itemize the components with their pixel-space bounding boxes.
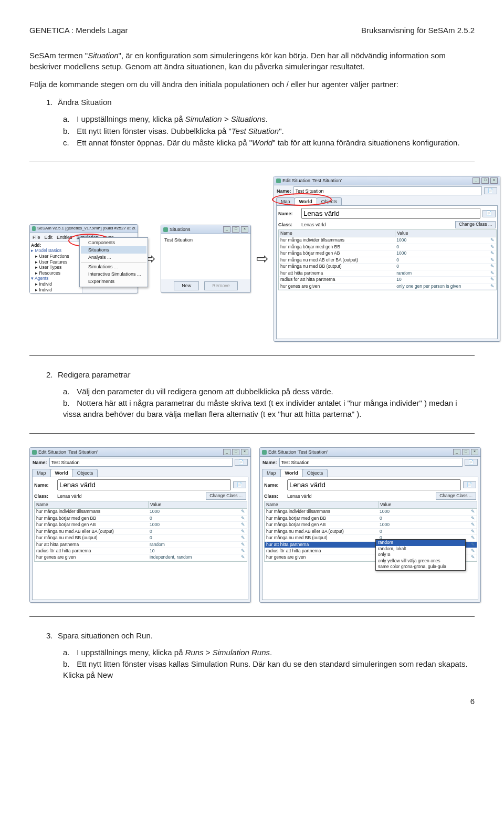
prop-value[interactable]: 1000 ✎ (148, 522, 247, 528)
tab-objects[interactable]: Objects (72, 469, 98, 477)
prop-value[interactable]: 1000 ✎ (378, 522, 477, 528)
world-name-input[interactable] (301, 208, 480, 219)
tab-map[interactable]: Map (276, 197, 295, 205)
prop-value[interactable]: random ✎ (148, 542, 247, 548)
dropdown-opt-random[interactable]: random (376, 540, 465, 545)
table-row[interactable]: hur genes are givenonly one gen per pers… (279, 284, 496, 290)
edit-icon[interactable]: ✎ (490, 264, 495, 269)
table-row[interactable]: hur många börjar med gen BB0 ✎ (279, 244, 496, 250)
situation-name-input[interactable] (279, 458, 463, 467)
titlebar[interactable]: SeSAm v2.5.1 [genetics_v17.xml*] (build … (30, 225, 138, 233)
property-table[interactable]: Name Value hur många individer tillsamma… (34, 501, 247, 562)
tree-individ2[interactable]: Individ (39, 287, 52, 292)
edit-icon[interactable]: ✎ (471, 535, 475, 541)
prop-value[interactable]: 0 ✎ (148, 529, 247, 534)
edit-icon[interactable]: ✎ (241, 522, 245, 528)
menu-file[interactable]: File (33, 234, 40, 240)
prop-value[interactable]: 0 ✎ (395, 244, 496, 250)
edit-icon[interactable]: ✎ (471, 509, 475, 515)
table-row[interactable]: hur många nu med AB eller BA (output)0 ✎ (265, 529, 477, 535)
edit-icon[interactable]: ✎ (471, 516, 475, 521)
prop-value[interactable]: independent, random ✎ (148, 554, 247, 560)
popup-situations[interactable]: Situations (81, 246, 146, 254)
note-button[interactable]: 📄 (482, 210, 496, 217)
edit-icon[interactable]: ✎ (490, 284, 495, 289)
remove-button[interactable]: Remove (204, 281, 238, 290)
edit-icon[interactable]: ✎ (241, 516, 245, 521)
prop-value[interactable]: 10 ✎ (148, 548, 247, 554)
prop-value[interactable]: 1000 ✎ (395, 250, 496, 256)
prop-value[interactable]: 0 ✎ (148, 535, 247, 541)
table-row[interactable]: hur många börjar med gen AB1000 ✎ (265, 522, 477, 528)
tab-world[interactable]: World (50, 469, 73, 477)
property-table[interactable]: Name Value hur många individer tillsamma… (278, 229, 497, 290)
close-icon[interactable]: × (241, 226, 248, 233)
edit-icon[interactable]: ✎ (471, 548, 475, 554)
table-row[interactable]: hur att hitta partnernarandom ✎ (279, 270, 496, 277)
tab-objects[interactable]: Objects (302, 469, 328, 477)
value-dropdown[interactable]: random random, lokalt only B only yellow… (375, 539, 466, 570)
edit-icon[interactable]: ✎ (490, 277, 495, 282)
max-icon[interactable]: □ (481, 177, 489, 184)
popup-interactive[interactable]: Interactive Simulations ... (81, 270, 146, 278)
edit-icon[interactable]: ✎ (490, 237, 495, 243)
table-row[interactable]: hur många börjar med gen AB1000 ✎ (35, 522, 247, 528)
prop-value[interactable]: 1000 ✎ (148, 509, 247, 515)
prop-value[interactable]: 0 ✎ (395, 264, 496, 269)
titlebar[interactable]: Edit Situation 'Test Situation' _ □ × (30, 448, 250, 457)
change-class-button[interactable]: Change Class ... (436, 492, 476, 499)
tab-map[interactable]: Map (262, 469, 281, 477)
popup-analysis[interactable]: Analysis ... (81, 254, 146, 261)
menu-edit[interactable]: Edit (45, 234, 53, 240)
table-row[interactable]: hur många individer tillsammans1000 ✎ (35, 509, 247, 515)
note-button[interactable]: 📄 (233, 481, 246, 488)
edit-icon[interactable]: ✎ (471, 542, 475, 548)
world-name-input[interactable] (287, 479, 461, 490)
edit-icon[interactable]: ✎ (471, 554, 475, 560)
edit-icon[interactable]: ✎ (490, 257, 495, 263)
note-button[interactable]: 📄 (484, 187, 497, 194)
titlebar[interactable]: Edit Situation 'Test Situation' _ □ × (260, 448, 480, 457)
tree-model-basics[interactable]: Model Basics (35, 248, 61, 253)
max-icon[interactable]: □ (232, 449, 239, 455)
new-button[interactable]: New (174, 281, 199, 290)
table-row[interactable]: hur genes are givenindependent, random ✎ (35, 554, 247, 561)
table-row[interactable]: radius för att hitta partnerna10 ✎ (279, 277, 496, 283)
world-name-input[interactable] (57, 479, 231, 490)
prop-value[interactable]: 0 ✎ (395, 257, 496, 263)
close-icon[interactable]: × (471, 449, 478, 455)
edit-icon[interactable]: ✎ (241, 554, 245, 560)
tree-user-functions[interactable]: User Functions (39, 254, 69, 259)
table-row[interactable]: hur många nu med BB (output)0 ✎ (35, 535, 247, 541)
change-class-button[interactable]: Change Class ... (206, 492, 246, 499)
table-row[interactable]: hur många börjar med gen AB1000 ✎ (279, 250, 496, 257)
edit-icon[interactable]: ✎ (241, 509, 245, 515)
tab-world[interactable]: World (295, 197, 317, 205)
table-row[interactable]: hur många individer tillsammans1000 ✎ (265, 509, 477, 515)
max-icon[interactable]: □ (462, 449, 469, 455)
tree-agents[interactable]: Agents (35, 276, 48, 281)
close-icon[interactable]: × (490, 177, 498, 184)
simulation-popup[interactable]: Components Situations Analysis ... Simul… (79, 237, 148, 287)
table-row[interactable]: hur många individer tillsammans1000 ✎ (279, 237, 496, 244)
tree-individ1[interactable]: Individ (39, 281, 52, 287)
popup-experiments[interactable]: Experiments (81, 278, 146, 285)
titlebar[interactable]: Edit Situation 'Test Situation' _ □ × (274, 176, 500, 185)
table-row[interactable]: hur många nu med AB eller BA (output)0 ✎ (279, 257, 496, 264)
note-button[interactable]: 📄 (235, 459, 248, 466)
prop-value[interactable]: 0 ✎ (378, 516, 477, 521)
menu-entities[interactable]: Entities (57, 234, 72, 240)
tree-resources[interactable]: Resources (39, 270, 60, 276)
min-icon[interactable]: _ (453, 449, 460, 455)
situation-name-input[interactable] (49, 458, 233, 467)
prop-value[interactable]: 10 ✎ (395, 277, 496, 282)
dropdown-opt-yellow-green[interactable]: only yellow vill välja green ones (376, 558, 465, 564)
dropdown-opt-random-lokalt[interactable]: random, lokalt (376, 546, 465, 552)
table-row[interactable]: hur många nu med AB eller BA (output)0 ✎ (35, 529, 247, 535)
prop-value[interactable]: 1000 ✎ (378, 509, 477, 515)
edit-icon[interactable]: ✎ (490, 270, 495, 276)
min-icon[interactable]: _ (223, 226, 230, 233)
edit-icon[interactable]: ✎ (241, 529, 245, 534)
edit-icon[interactable]: ✎ (471, 522, 475, 528)
max-icon[interactable]: □ (232, 226, 239, 233)
